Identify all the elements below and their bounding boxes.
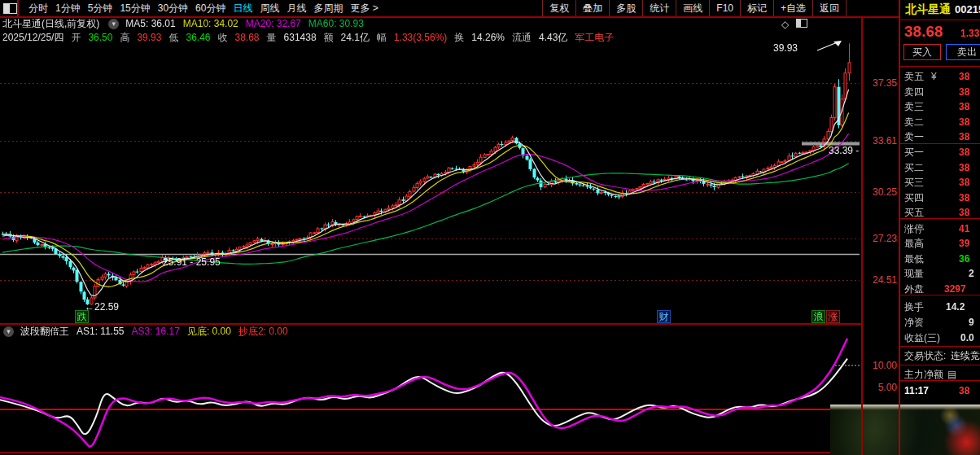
- ask-row[interactable]: 卖五¥38: [900, 69, 980, 84]
- level-annotation: 33.39 -: [829, 145, 859, 156]
- sell-button[interactable]: 卖出: [946, 44, 980, 60]
- stat-label: 收益(三): [904, 330, 940, 345]
- tool-menu: 复权叠加多股统计画线F10标记+自选返回: [542, 0, 847, 16]
- collapse-icon[interactable]: ▾: [108, 19, 119, 29]
- stat-row: 净资9: [900, 315, 980, 330]
- range-annotation: 25.91 - 25.95: [163, 256, 221, 268]
- window-icon[interactable]: [3, 3, 17, 14]
- text-token: 631438: [284, 32, 317, 43]
- text-token: 军工电子: [575, 32, 614, 43]
- toolbar-item-+自选[interactable]: +自选: [773, 0, 812, 16]
- text-token: 额: [324, 32, 334, 43]
- bid-row[interactable]: 买四38: [900, 190, 980, 205]
- split-view-icon[interactable]: [796, 19, 807, 28]
- minichart-thumbnail[interactable]: [830, 405, 980, 455]
- toolbar-item-返回[interactable]: 返回: [812, 0, 847, 16]
- menu-item-15分钟[interactable]: 15分钟: [120, 0, 150, 16]
- menu-item-1分钟[interactable]: 1分钟: [55, 0, 81, 16]
- order-level-label: 卖二: [904, 115, 924, 129]
- quote-stock-code: 002151: [955, 3, 980, 15]
- order-level-label: 买三: [904, 175, 924, 190]
- ask-row[interactable]: 卖四38: [900, 85, 980, 99]
- low-annotation: ←22.59: [85, 301, 119, 313]
- text-token: 1.33(3.56%): [394, 32, 447, 43]
- stat-value: 41: [959, 221, 969, 236]
- ma-values: MA5: 36.01MA10: 34.02MA20: 32.67MA60: 30…: [125, 18, 371, 29]
- toolbar-item-画线[interactable]: 画线: [676, 0, 709, 16]
- divider: [17, 0, 19, 16]
- stat-row: 收益(三)0.0: [900, 330, 980, 345]
- text-token: MA60: 30.93: [308, 18, 364, 29]
- tick-row[interactable]: 11:17 38: [900, 383, 980, 398]
- menu-item-分时[interactable]: 分时: [28, 0, 48, 16]
- signal-badge-wealth: 财: [657, 310, 671, 323]
- ask-row[interactable]: 卖三38: [900, 99, 980, 114]
- stat-row: 最高39: [900, 236, 980, 251]
- stat-label: 现量: [904, 266, 924, 281]
- stat-label: 外盘: [904, 282, 924, 296]
- signal-badge-wave: 浪: [812, 310, 825, 323]
- order-price: 38: [959, 115, 969, 129]
- text-token: 幅: [377, 32, 387, 43]
- divider: [900, 380, 980, 381]
- collapse-icon[interactable]: ▾: [3, 326, 14, 337]
- stat-label: 净资: [904, 315, 924, 330]
- text-token: 见底: 0.00: [187, 326, 231, 337]
- toolbar-item-标记[interactable]: 标记: [740, 0, 773, 16]
- trade-status-label: 交易状态:: [904, 348, 946, 363]
- bid-row[interactable]: 买三38: [900, 175, 980, 190]
- trade-status-row: 交易状态: 连续竞价: [900, 348, 980, 363]
- order-level-label: 买四: [904, 190, 924, 205]
- divider: [899, 0, 900, 455]
- stat-label: 换手: [904, 300, 924, 314]
- screen: { "topbar": { "left_items": [ {"label":"…: [0, 0, 980, 455]
- tick-price: 38: [959, 383, 969, 398]
- text-token: 流通: [512, 32, 532, 43]
- menu-item-周线[interactable]: 周线: [260, 0, 279, 16]
- menu-item-5分钟[interactable]: 5分钟: [88, 0, 113, 16]
- toolbar-item-叠加[interactable]: 叠加: [575, 0, 609, 16]
- order-price: 38: [959, 69, 969, 84]
- tdx-app: 分时1分钟5分钟15分钟30分钟60分钟日线周线月线多周期更多 > 复权叠加多股…: [0, 0, 980, 455]
- menu-item-多周期[interactable]: 多周期: [313, 0, 343, 16]
- order-level-label: 卖三: [904, 99, 924, 114]
- text-token: 高: [120, 32, 129, 43]
- stat-value: 3297: [944, 282, 966, 296]
- indicator-axis-label: 5.00: [864, 382, 897, 393]
- divider: [900, 66, 980, 67]
- stock-name[interactable]: 北斗星通(日线,前复权): [2, 18, 99, 29]
- order-price: 38: [959, 99, 969, 114]
- price-tag-icon: ¥: [931, 69, 937, 84]
- text-token: MA10: 34.02: [183, 18, 238, 29]
- menu-item-月线[interactable]: 月线: [287, 0, 306, 16]
- stat-row: 外盘3297: [900, 282, 980, 296]
- toolbar-item-多股[interactable]: 多股: [609, 0, 642, 16]
- toolbar-item-F10[interactable]: F10: [709, 0, 740, 16]
- diamond-icon[interactable]: ◇: [781, 19, 789, 30]
- bid-row[interactable]: 买二38: [900, 160, 980, 175]
- stat-row: 换手14.2: [900, 300, 980, 314]
- menu-item-日线[interactable]: 日线: [233, 0, 252, 16]
- bid-row[interactable]: 买一38: [900, 145, 980, 160]
- ask-row[interactable]: 卖一38: [900, 129, 980, 144]
- stat-label: 最低: [904, 252, 924, 266]
- order-price: 38: [959, 160, 969, 175]
- ask-row[interactable]: 卖二38: [900, 115, 980, 129]
- order-price: 38: [959, 190, 969, 205]
- menu-item-30分钟[interactable]: 30分钟: [158, 0, 188, 16]
- text-token: MA5: 36.01: [125, 18, 175, 29]
- toolbar-item-复权[interactable]: 复权: [542, 0, 575, 16]
- menu-item-60分钟[interactable]: 60分钟: [195, 0, 225, 16]
- menu-item-更多 >[interactable]: 更多 >: [350, 0, 378, 16]
- text-token: AS3: 16.17: [132, 326, 180, 337]
- indicator-values: 波段翻倍王AS1: 11.55AS3: 16.17见底: 0.00抄底2: 0.…: [20, 326, 295, 337]
- buy-button[interactable]: 买入: [903, 44, 941, 60]
- period-menu: 分时1分钟5分钟15分钟30分钟60分钟日线周线月线多周期更多 >: [21, 0, 378, 16]
- quote-panel: 北斗星通002151 38.68 1.33 买入 卖出 卖五¥38卖四38卖三3…: [900, 0, 980, 455]
- divider: [900, 218, 980, 219]
- text-token: 低: [168, 32, 178, 43]
- toolbar-item-统计[interactable]: 统计: [642, 0, 676, 16]
- topbar: 分时1分钟5分钟15分钟30分钟60分钟日线周线月线多周期更多 > 复权叠加多股…: [0, 0, 980, 16]
- main-chart-canvas[interactable]: [0, 16, 863, 455]
- text-token: 36.50: [88, 32, 112, 43]
